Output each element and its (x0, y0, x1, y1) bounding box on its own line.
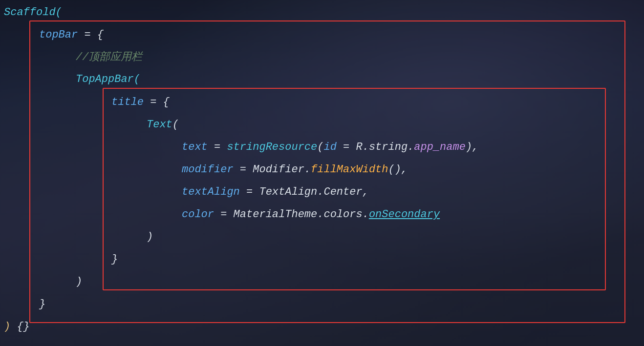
scaffold-close-braces: {} (10, 318, 30, 335)
close-paren-yellow: ) (4, 318, 10, 335)
scaffold-keyword: Scaffold( (4, 4, 62, 21)
scaffold-close-line: ) {} (4, 318, 30, 335)
code-block-box-level2 (103, 88, 606, 290)
scaffold-line: Scaffold( (4, 4, 62, 21)
